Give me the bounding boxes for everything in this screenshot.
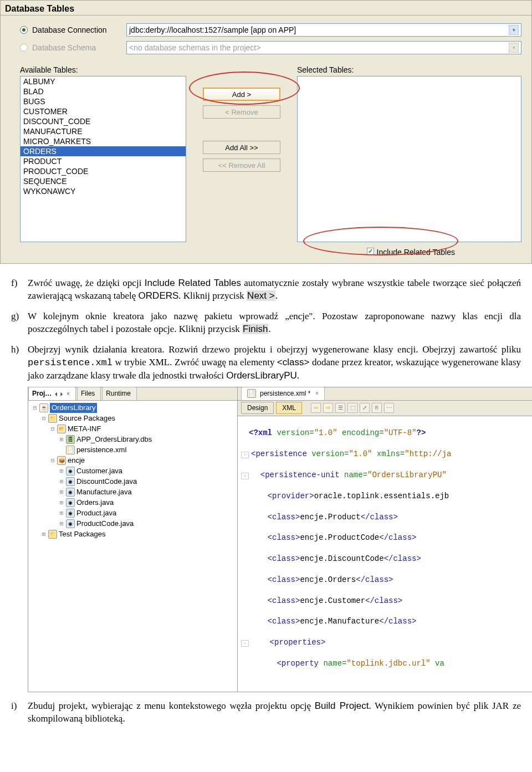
list-item[interactable]: MANUFACTURE <box>21 126 186 136</box>
conn-label: Database Connection <box>32 25 126 34</box>
project-icon: ☕ <box>39 403 48 412</box>
conn-combo[interactable]: jdbc:derby://localhost:1527/sample [app … <box>126 23 521 37</box>
tree-node[interactable]: DiscountCode.java <box>76 477 137 487</box>
folder-icon: 📂 <box>57 425 66 433</box>
java-icon: ◉ <box>66 477 75 486</box>
package-icon: 📁 <box>48 414 57 423</box>
close-icon[interactable]: × <box>315 389 319 398</box>
radio-connection[interactable] <box>20 26 28 34</box>
java-icon: ◉ <box>66 488 75 497</box>
include-row: ✓ Include Related Tables <box>1 246 465 263</box>
available-label: Available Tables: <box>20 65 186 74</box>
tree-node[interactable]: Orders.java <box>76 498 114 508</box>
list-item[interactable]: PRODUCT_CODE <box>21 166 186 176</box>
instruction-text: f) Zwróć uwagę, że dzięki opcji Include … <box>0 264 532 742</box>
tab-files[interactable]: Files <box>77 387 101 400</box>
java-icon: ◉ <box>66 509 75 518</box>
item-i: i) Zbuduj projekt, wybierając z menu kon… <box>11 700 521 725</box>
tree-node[interactable]: Test Packages <box>59 529 106 539</box>
wizard-title: Database Tables <box>1 1 531 15</box>
lists-area: Available Tables: ALBUMYBLADBUGSCUSTOMER… <box>1 58 531 246</box>
editor-tabs: 📄persistence.xml *× <box>238 387 532 401</box>
tree-node[interactable]: Customer.java <box>76 466 122 476</box>
tool-icon[interactable]: ☰ <box>335 403 345 413</box>
marker-h: h) <box>11 344 28 382</box>
remove-button: < Remove <box>203 105 280 119</box>
tree-node[interactable]: Product.java <box>76 508 116 518</box>
tree-node[interactable]: Manufacture.java <box>76 487 132 497</box>
tree-node[interactable]: ProductCode.java <box>76 519 134 529</box>
conn-value: jdbc:derby://localhost:1527/sample [app … <box>129 25 296 34</box>
schema-placeholder: <no database schemas in the project> <box>129 43 260 52</box>
item-h: h) Obejrzyj wynik działania kreatora. Ro… <box>11 344 521 382</box>
tab-runtime[interactable]: Runtime <box>102 387 137 400</box>
nav-fwd-icon[interactable]: ⇨ <box>323 403 333 413</box>
include-label: Include Related Tables <box>377 248 455 257</box>
tab-projects[interactable]: Proj…⏴⏵ × <box>28 387 76 400</box>
item-f: f) Zwróć uwagę, że dzięki opcji Include … <box>11 277 521 303</box>
list-item[interactable]: BUGS <box>21 96 186 106</box>
list-item[interactable]: MICRO_MARKETS <box>21 136 186 146</box>
tree-node[interactable]: APP_OrdersLibrary.dbs <box>76 434 152 444</box>
java-icon: ◉ <box>66 498 75 507</box>
ide-panel: Proj…⏴⏵ × Files Runtime ⊟☕OrdersLibrary … <box>28 387 532 692</box>
tree-node-project[interactable]: OrdersLibrary <box>50 403 97 413</box>
conn-row: Database Connection jdbc:derby://localho… <box>1 22 531 40</box>
list-item[interactable]: ORDERS <box>21 146 186 156</box>
selected-listbox[interactable] <box>297 76 521 242</box>
include-checkbox[interactable]: ✓ <box>367 248 374 255</box>
add-all-button[interactable]: Add All >> <box>203 141 280 154</box>
list-item[interactable]: ALBUMY <box>21 76 186 86</box>
marker-i: i) <box>11 700 28 725</box>
item-g: g) W kolejnym oknie kreatora jako nazwę … <box>11 310 521 336</box>
marker-f: f) <box>11 277 28 303</box>
tree-node[interactable]: Source Packages <box>59 413 115 423</box>
chevron-down-icon[interactable]: ▾ <box>509 25 519 35</box>
list-item[interactable]: CUSTOMER <box>21 106 186 116</box>
available-listbox[interactable]: ALBUMYBLADBUGSCUSTOMERDISCOUNT_CODEMANUF… <box>20 76 186 242</box>
ide-left-pane: Proj…⏴⏵ × Files Runtime ⊟☕OrdersLibrary … <box>28 387 238 692</box>
remove-all-button: << Remove All <box>203 159 280 172</box>
ide-left-tabs: Proj…⏴⏵ × Files Runtime <box>28 387 237 401</box>
ide-right-pane: 📄persistence.xml *× Design XML ⇦ ⇨ ☰ ⬚ ⤢… <box>238 387 532 692</box>
add-button[interactable]: Add > <box>203 88 280 101</box>
editor-toolbar: Design XML ⇦ ⇨ ☰ ⬚ ⤢ ⎘ ⋯ <box>238 401 532 416</box>
dbschema-icon: 🗄 <box>66 435 75 444</box>
list-item[interactable]: DISCOUNT_CODE <box>21 116 186 126</box>
list-item[interactable]: SEQUENCE <box>21 176 186 186</box>
toggle-design[interactable]: Design <box>241 402 274 414</box>
package-icon: 📁 <box>48 530 57 539</box>
tool-icon[interactable]: ⤢ <box>360 403 370 413</box>
fold-icon[interactable]: - <box>241 640 249 647</box>
schema-row: Database Schema <no database schemas in … <box>1 40 531 58</box>
fold-icon[interactable]: - <box>241 473 249 479</box>
selected-label: Selected Tables: <box>297 65 521 74</box>
divider <box>1 15 531 16</box>
marker-g: g) <box>11 310 28 336</box>
tree-node[interactable]: persistence.xml <box>76 445 126 455</box>
schema-combo: <no database schemas in the project> ▾ <box>126 41 521 54</box>
toggle-xml[interactable]: XML <box>276 402 302 414</box>
schema-label: Database Schema <box>32 43 126 52</box>
chevron-down-icon: ▾ <box>509 43 519 53</box>
tool-icon[interactable]: ⋯ <box>384 403 394 413</box>
package-icon: 📦 <box>57 456 66 465</box>
list-item[interactable]: WYKONAWCY <box>21 186 186 196</box>
tree-node[interactable]: META-INF <box>68 424 101 434</box>
wizard-panel: Database Tables Database Connection jdbc… <box>0 0 532 264</box>
list-item[interactable]: BLAD <box>21 86 186 96</box>
editor-tab-persistence[interactable]: 📄persistence.xml *× <box>241 387 325 400</box>
tool-icon[interactable]: ⬚ <box>347 403 357 413</box>
java-icon: ◉ <box>66 519 75 528</box>
fold-icon[interactable]: - <box>241 452 249 458</box>
radio-schema <box>20 44 28 52</box>
tree-node[interactable]: encje <box>68 456 85 466</box>
xml-icon: 📄 <box>66 446 75 454</box>
list-item[interactable]: PRODUCT <box>21 156 186 166</box>
xml-icon: 📄 <box>247 389 256 398</box>
project-tree[interactable]: ⊟☕OrdersLibrary ⊟📁Source Packages ⊟📂META… <box>28 401 237 692</box>
java-icon: ◉ <box>66 467 75 476</box>
nav-back-icon[interactable]: ⇦ <box>311 403 321 413</box>
xml-editor[interactable]: <?xml version="1.0" encoding="UTF-8"?> -… <box>238 416 532 692</box>
tool-icon[interactable]: ⎘ <box>372 403 382 413</box>
